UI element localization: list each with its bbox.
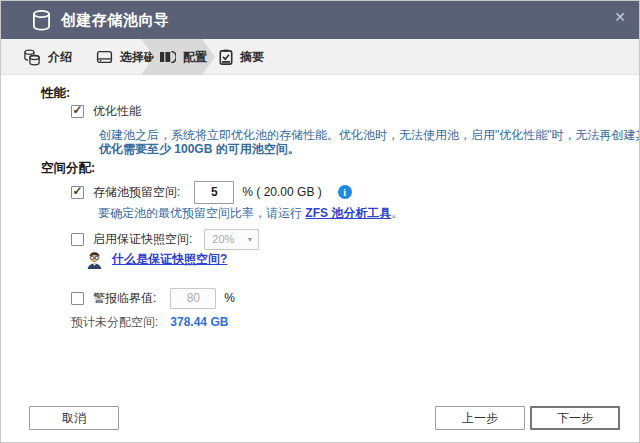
reserved-space-checkbox[interactable]: ✓ (71, 186, 84, 199)
snapshot-help-row: 什么是保证快照空间? (85, 249, 227, 269)
reserved-space-input[interactable] (194, 181, 234, 204)
alert-threshold-label: 警报临界值: (93, 290, 156, 307)
help-mascot-icon (85, 250, 104, 269)
alert-threshold-suffix: % (224, 291, 235, 305)
wizard-step-bar: 介绍 选择磁盘 配置 (1, 39, 639, 75)
optimize-description-line2: 优化需要至少 100GB 的可用池空间。 (99, 141, 300, 158)
next-button[interactable]: 下一步 (530, 406, 620, 430)
alert-threshold-checkbox[interactable] (71, 292, 84, 305)
snapshot-space-checkbox[interactable] (71, 233, 84, 246)
step-label-introduction: 介绍 (48, 49, 72, 66)
unallocated-space-row: 预计未分配空间: 378.44 GB (71, 314, 228, 330)
alert-threshold-input (170, 288, 216, 309)
reserved-space-row: ✓ 存储池预留空间: % ( 20.00 GB ) i (71, 179, 352, 205)
optimize-performance-label: 优化性能 (93, 103, 141, 120)
optimize-performance-row: ✓ 优化性能 (71, 102, 141, 120)
reserved-space-suffix: % ( 20.00 GB ) (242, 185, 321, 199)
checkmark-icon: ✓ (72, 104, 82, 116)
create-storage-pool-wizard-dialog: 创建存储池向导 ✕ 介绍 (0, 0, 640, 443)
disk-drive-icon (96, 49, 113, 65)
performance-section-label: 性能: (41, 85, 70, 102)
unallocated-space-label: 预计未分配空间: (71, 314, 158, 331)
zfs-hint-prefix: 要确定池的最优预留空间比率，请运行 (98, 206, 305, 220)
zfs-hint-line: 要确定池的最优预留空间比率，请运行 ZFS 池分析工具。 (98, 205, 403, 222)
zfs-hint-suffix: 。 (391, 206, 403, 220)
clipboard-check-icon (219, 49, 233, 65)
snapshot-space-select-value: 20% (212, 233, 234, 245)
step-summary[interactable]: 摘要 (219, 39, 264, 75)
reserved-space-label: 存储池预留空间: (93, 184, 180, 201)
snapshot-space-select: 20% ▼ (204, 229, 259, 250)
pool-volume-icon (158, 49, 176, 65)
unallocated-space-value: 378.44 GB (170, 315, 228, 329)
close-icon[interactable]: ✕ (611, 8, 629, 26)
step-label-summary: 摘要 (240, 49, 264, 66)
space-allocation-section-label: 空间分配: (41, 160, 95, 177)
titlebar: 创建存储池向导 ✕ (1, 1, 639, 39)
snapshot-space-label: 启用保证快照空间: (93, 231, 192, 248)
checkmark-icon: ✓ (72, 185, 82, 197)
back-button[interactable]: 上一步 (435, 406, 525, 430)
info-icon[interactable]: i (338, 185, 352, 199)
optimize-performance-checkbox[interactable]: ✓ (71, 105, 84, 118)
step-label-configure: 配置 (183, 49, 207, 66)
intro-cylinders-icon (23, 49, 41, 66)
cancel-button[interactable]: 取消 (29, 406, 119, 430)
snapshot-space-row: 启用保证快照空间: 20% ▼ (71, 227, 259, 251)
dialog-title: 创建存储池向导 (61, 11, 170, 30)
storage-cylinder-icon (31, 9, 52, 32)
alert-threshold-row: 警报临界值: % (71, 286, 235, 310)
zfs-analyzer-link[interactable]: ZFS 池分析工具 (305, 206, 391, 220)
snapshot-help-link[interactable]: 什么是保证快照空间? (112, 251, 227, 268)
chevron-down-icon: ▼ (246, 236, 253, 243)
step-introduction[interactable]: 介绍 (23, 39, 72, 75)
